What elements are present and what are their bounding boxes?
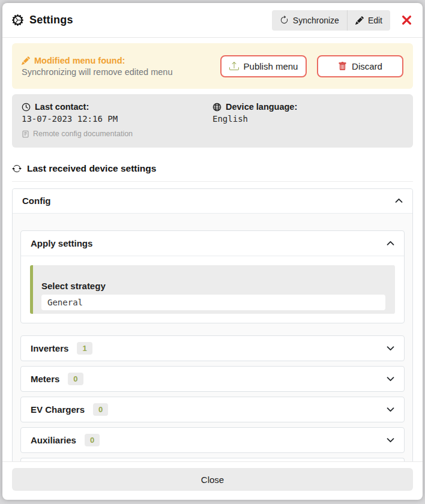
meters-label: Meters: [31, 374, 59, 384]
select-strategy-value: General: [41, 295, 385, 310]
close-button[interactable]: Close: [12, 468, 413, 491]
auxiliaries-accordion: Auxiliaries 0: [20, 427, 405, 453]
meters-accordion: Meters 0: [20, 366, 405, 392]
config-label: Config: [22, 196, 50, 206]
apply-settings-header[interactable]: Apply settings: [21, 231, 404, 256]
chevron-up-icon: [387, 241, 394, 246]
upload-icon: [229, 61, 239, 71]
select-strategy-label: Select strategy: [41, 281, 385, 291]
chevron-down-icon: [387, 437, 394, 443]
apply-settings-body: Select strategy General: [21, 256, 404, 323]
device-language-label: Device language:: [226, 102, 297, 112]
section-divider: [12, 181, 413, 182]
banner-title: Modified menu found:: [34, 56, 125, 65]
pencil-icon: [22, 56, 30, 65]
last-received-settings-heading: Last received device settings: [12, 163, 413, 174]
auxiliaries-header[interactable]: Auxiliaries 0: [21, 428, 404, 452]
config-accordion-header[interactable]: Config: [13, 189, 412, 213]
header-button-group: Synchronize Edit: [272, 10, 390, 31]
chevron-up-icon: [395, 198, 403, 203]
discard-label: Discard: [352, 61, 382, 71]
chevron-down-icon: [387, 376, 394, 382]
banner-message: Synchronizing will remove edited menu: [22, 67, 172, 77]
device-language-value: English: [212, 114, 403, 124]
edit-label: Edit: [368, 16, 382, 25]
inverters-count-badge: 1: [77, 342, 92, 355]
clock-icon: [22, 103, 31, 112]
device-info-panel: Last contact: 13-07-2023 12:16 PM Device…: [12, 94, 413, 148]
trash-icon: [338, 62, 347, 71]
modal-body: Modified menu found: Synchronizing will …: [2, 38, 423, 461]
pencil-icon: [355, 16, 364, 25]
auxiliaries-label: Auxiliaries: [31, 435, 76, 445]
modal-header: Settings Synchronize Edit: [2, 3, 423, 38]
last-contact-label: Last contact:: [35, 102, 89, 112]
remote-config-doc-link[interactable]: Remote config documentation: [22, 130, 133, 138]
globe-icon: [212, 103, 222, 112]
synchronize-label: Synchronize: [293, 16, 339, 25]
settings-modal: Settings Synchronize Edit: [2, 3, 423, 500]
last-contact-block: Last contact: 13-07-2023 12:16 PM: [22, 102, 212, 124]
banner-text: Modified menu found: Synchronizing will …: [22, 56, 172, 77]
inverters-header[interactable]: Inverters 1: [21, 336, 404, 361]
synchronize-button[interactable]: Synchronize: [272, 10, 347, 31]
edit-button[interactable]: Edit: [347, 10, 390, 31]
ev-chargers-count-badge: 0: [93, 403, 108, 416]
ev-chargers-label: EV Chargers: [31, 404, 85, 415]
banner-title-row: Modified menu found:: [22, 56, 172, 65]
chevron-down-icon: [387, 407, 394, 412]
config-accordion: Config Apply settings Se: [12, 188, 413, 462]
refresh-icon: [280, 16, 289, 25]
ev-chargers-header[interactable]: EV Chargers 0: [21, 397, 404, 422]
publish-menu-label: Publish menu: [244, 61, 298, 71]
apply-settings-accordion: Apply settings Select strategy General: [20, 230, 405, 323]
repeat-icon: [12, 164, 22, 173]
remote-config-doc-label: Remote config documentation: [33, 130, 133, 138]
modal-title-wrap: Settings: [12, 14, 73, 26]
chevron-down-icon: [387, 346, 394, 351]
section-title: Last received device settings: [27, 163, 156, 174]
clipped-accordion: [20, 458, 405, 461]
inverters-label: Inverters: [31, 343, 68, 353]
last-contact-value: 13-07-2023 12:16 PM: [22, 114, 212, 124]
strategy-panel: Select strategy General: [30, 265, 395, 314]
config-accordion-body: Apply settings Select strategy General: [13, 213, 412, 462]
inverters-accordion: Inverters 1: [20, 335, 405, 361]
gear-icon: [12, 14, 23, 26]
apply-settings-label: Apply settings: [31, 238, 92, 248]
publish-menu-button[interactable]: Publish menu: [220, 55, 307, 77]
journal-icon: [22, 130, 29, 138]
modal-title: Settings: [29, 14, 73, 26]
ev-chargers-accordion: EV Chargers 0: [20, 397, 405, 422]
banner-actions: Publish menu Discard: [220, 55, 403, 77]
modal-footer: Close: [2, 461, 423, 500]
meters-header[interactable]: Meters 0: [21, 367, 404, 391]
modified-menu-banner: Modified menu found: Synchronizing will …: [12, 43, 413, 89]
auxiliaries-count-badge: 0: [85, 434, 100, 446]
meters-count-badge: 0: [68, 373, 83, 385]
discard-button[interactable]: Discard: [317, 55, 403, 77]
device-language-block: Device language: English: [212, 102, 403, 124]
close-icon[interactable]: [400, 14, 413, 26]
